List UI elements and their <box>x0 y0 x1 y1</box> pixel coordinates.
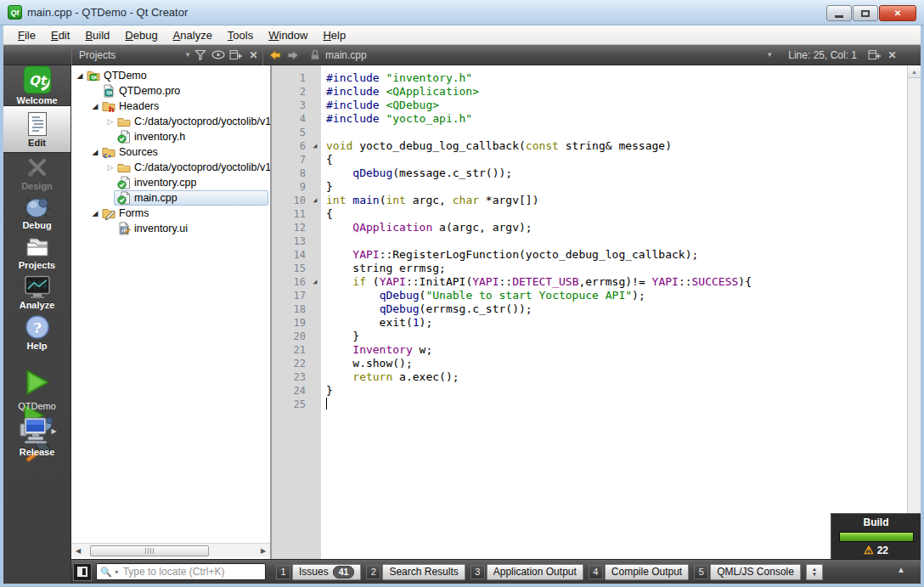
code-editor[interactable]: 1#include "inventory.h"2#include <QAppli… <box>272 65 907 559</box>
tree-item-qtdemo-pro[interactable]: QtQTDemo.pro <box>71 83 270 99</box>
pane-shortcut-3[interactable]: 3 <box>470 565 485 579</box>
sync-with-editor-icon[interactable] <box>210 47 226 64</box>
pane-button-compile-output[interactable]: Compile Output <box>605 564 689 580</box>
tree-item-inventory-cpp[interactable]: inventory.cpp <box>71 175 270 190</box>
code-line-19[interactable]: 19 exit(1); <box>272 316 907 330</box>
split-editor-icon[interactable] <box>866 47 882 64</box>
scroll-up-icon[interactable]: ▲ <box>908 65 921 78</box>
collapse-icon[interactable]: ▷ <box>104 163 117 172</box>
menu-build[interactable]: Build <box>77 27 117 43</box>
tree-item-inventory-h[interactable]: inventory.h <box>71 129 270 144</box>
menu-analyze[interactable]: Analyze <box>166 27 220 43</box>
code-line-17[interactable]: 17 qDebug("Unable to start Yoctopuce API… <box>272 289 907 302</box>
back-icon[interactable] <box>267 47 283 64</box>
code-line-23[interactable]: 23 return a.exec(); <box>272 370 907 384</box>
mode-debug[interactable]: Debug <box>3 193 70 233</box>
mode-help[interactable]: ?Help <box>3 313 70 353</box>
mode-analyze[interactable]: Analyze <box>3 273 70 313</box>
scroll-left-icon[interactable]: ◀ <box>71 547 85 555</box>
target-selector[interactable]: ▶ <box>3 416 70 445</box>
tree-item-c-data-yoctoprod-yoctolib-v1[interactable]: ▷C:/data/yoctoprod/yoctolib/v1 <box>71 114 270 129</box>
locate-box[interactable]: 🔍 ▼ <box>96 563 266 580</box>
code-line-5[interactable]: 5 <box>272 126 907 139</box>
code-line-2[interactable]: 2#include <QApplication> <box>272 85 907 99</box>
scrollbar-thumb[interactable] <box>90 545 209 556</box>
output-pane-cycle-button[interactable]: ▲▼ <box>806 564 823 580</box>
menu-tools[interactable]: Tools <box>220 27 261 43</box>
locate-input[interactable] <box>123 566 262 578</box>
mode-welcome[interactable]: QtWelcome <box>3 65 70 105</box>
code-line-20[interactable]: 20 } <box>272 330 907 343</box>
navigation-pane-selector[interactable]: Projects ▼ <box>72 49 191 61</box>
minimize-button[interactable] <box>826 5 852 21</box>
menu-window[interactable]: Window <box>261 27 315 43</box>
code-line-22[interactable]: 22 w.show(); <box>272 357 907 370</box>
pane-shortcut-1[interactable]: 1 <box>276 565 290 579</box>
code-line-8[interactable]: 8 qDebug(message.c_str()); <box>272 167 907 180</box>
tree-item-inventory-ui[interactable]: inventory.ui <box>71 221 270 236</box>
menu-help[interactable]: Help <box>315 27 353 43</box>
menu-edit[interactable]: Edit <box>43 27 77 43</box>
code-line-14[interactable]: 14 YAPI::RegisterLogFunction(yocto_debug… <box>272 248 907 262</box>
close-button[interactable]: ✕ <box>879 5 916 21</box>
collapse-icon[interactable]: ▷ <box>104 117 117 126</box>
code-line-13[interactable]: 13 <box>272 234 907 248</box>
code-line-16[interactable]: 16◢ if (YAPI::InitAPI(YAPI::DETECT_USB,e… <box>272 275 907 289</box>
pane-shortcut-5[interactable]: 5 <box>694 565 708 579</box>
build-progress-popup[interactable]: Build ⚠22 <box>831 513 921 559</box>
split-icon[interactable] <box>228 47 244 64</box>
tree-item-qtdemo[interactable]: ◢QtQTDemo <box>71 68 270 83</box>
code-line-1[interactable]: 1#include "inventory.h" <box>272 71 907 85</box>
tree-horizontal-scrollbar[interactable]: ◀ ▶ <box>71 543 270 557</box>
pane-shortcut-4[interactable]: 4 <box>589 565 603 579</box>
code-line-12[interactable]: 12 QApplication a(argc, argv); <box>272 221 907 234</box>
expand-icon[interactable]: ◢ <box>88 102 102 110</box>
code-line-6[interactable]: 6◢void yocto_debug_log_callback(const st… <box>272 139 907 153</box>
pane-button-application-output[interactable]: Application Output <box>487 564 583 580</box>
editor-vertical-scrollbar[interactable]: ▲ ▼ <box>907 65 921 559</box>
expand-output-icon[interactable]: ▲ <box>897 565 905 574</box>
code-line-15[interactable]: 15 string errmsg; <box>272 262 907 275</box>
tree-item-headers[interactable]: ◢hHeaders <box>71 99 270 114</box>
code-line-10[interactable]: 10◢int main(int argc, char *argv[]) <box>272 194 907 207</box>
menu-debug[interactable]: Debug <box>117 27 165 43</box>
tree-item-sources[interactable]: ◢C+Sources <box>71 144 270 160</box>
code-line-18[interactable]: 18 qDebug(errmsg.c_str()); <box>272 302 907 316</box>
fold-marker-icon[interactable]: ◢ <box>309 275 321 289</box>
scroll-right-icon[interactable]: ▶ <box>256 547 270 555</box>
tree-item-main-cpp[interactable]: main.cpp <box>71 190 270 206</box>
expand-icon[interactable]: ◢ <box>88 148 102 156</box>
fold-marker-icon[interactable]: ◢ <box>309 139 321 153</box>
pane-shortcut-2[interactable]: 2 <box>366 565 380 579</box>
filter-icon[interactable] <box>192 47 208 64</box>
run-button[interactable] <box>3 368 70 397</box>
toggle-sidebar-button[interactable] <box>73 563 92 581</box>
close-document-icon[interactable]: ✕ <box>884 47 900 64</box>
tree-item-c-data-yoctoprod-yoctolib-v1[interactable]: ▷C:/data/yoctoprod/yoctolib/v1 <box>71 160 270 175</box>
mode-projects[interactable]: Projects <box>3 233 70 273</box>
title-bar[interactable]: Qt main.cpp - QTDemo - Qt Creator ✕ <box>0 0 924 25</box>
code-line-7[interactable]: 7{ <box>272 153 907 167</box>
open-document-selector[interactable]: main.cpp ▼ <box>301 49 780 61</box>
tree-item-forms[interactable]: ◢Forms <box>71 206 270 221</box>
code-line-24[interactable]: 24} <box>272 384 907 398</box>
forward-icon[interactable] <box>285 47 301 64</box>
close-pane-icon[interactable]: ✕ <box>245 47 262 64</box>
code-line-25[interactable]: 25 <box>272 398 907 411</box>
pane-button-issues[interactable]: Issues41 <box>292 564 361 580</box>
maximize-button[interactable] <box>853 5 878 21</box>
pane-button-qml-js-console[interactable]: QML/JS Console <box>710 564 801 580</box>
mode-edit[interactable]: Edit <box>3 105 70 153</box>
menu-file[interactable]: File <box>10 27 43 43</box>
target-expander-icon[interactable]: ▶ <box>51 427 56 435</box>
code-line-9[interactable]: 9} <box>272 180 907 194</box>
fold-marker-icon[interactable]: ◢ <box>309 194 321 207</box>
pane-button-search-results[interactable]: Search Results <box>382 564 465 580</box>
expand-icon[interactable]: ◢ <box>73 71 87 80</box>
code-line-3[interactable]: 3#include <QDebug> <box>272 99 907 112</box>
code-line-21[interactable]: 21 Inventory w; <box>272 343 907 357</box>
code-line-11[interactable]: 11{ <box>272 207 907 221</box>
code-line-4[interactable]: 4#include "yocto_api.h" <box>272 112 907 126</box>
expand-icon[interactable]: ◢ <box>88 209 102 217</box>
build-warning-count[interactable]: ⚠22 <box>831 544 921 556</box>
